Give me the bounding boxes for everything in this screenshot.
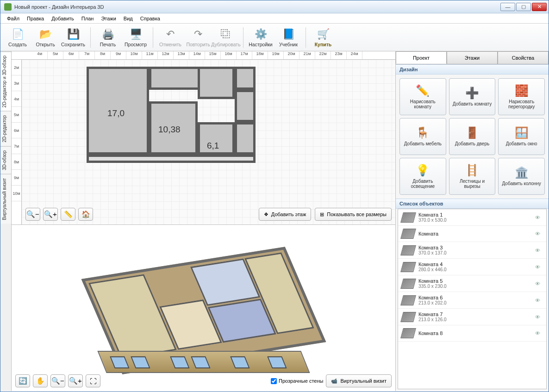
room-shape[interactable] (235, 67, 256, 90)
zoom-in-button[interactable]: 🔍+ (43, 208, 58, 221)
vtab-virtual[interactable]: Виртуальный визит (0, 174, 11, 224)
transparent-walls-checkbox[interactable]: Прозрачные стены (271, 378, 323, 384)
zoom-out-button[interactable]: 🔍− (25, 208, 40, 221)
btn-add-room[interactable]: ➕Добавить комнату (449, 78, 496, 115)
object-name: Комната 5 (418, 278, 531, 284)
vtab-2d[interactable]: 2D-редактор (0, 111, 11, 146)
btn-draw-wall[interactable]: 🧱Нарисовать перегородку (498, 78, 545, 115)
tool-redo: ↷Повторить (185, 25, 212, 50)
visibility-eye-icon[interactable]: 👁 (535, 314, 543, 320)
redo-icon: ↷ (192, 28, 205, 41)
app-window: Новый проект - Дизайн Интерьера 3D — ▢ ✕… (0, 0, 549, 392)
close-button[interactable]: ✕ (532, 3, 547, 11)
undo-icon: ↶ (164, 28, 177, 41)
virtual-visit-button[interactable]: 📹Виртуальный визит (326, 374, 392, 387)
tool-print[interactable]: 🖨️Печать (94, 25, 121, 50)
maximize-button[interactable]: ▢ (516, 3, 531, 11)
separator (306, 27, 306, 48)
btn-draw-room[interactable]: ✏️Нарисовать комнату (399, 78, 446, 115)
btn-add-light[interactable]: 💡Добавить освещение (399, 158, 446, 195)
zoom-in-3d-button[interactable]: 🔍+ (68, 374, 83, 387)
tool-undo: ↶Отменить (157, 25, 184, 50)
menu-file[interactable]: Файл (3, 15, 23, 22)
visibility-eye-icon[interactable]: 👁 (535, 248, 543, 253)
vtab-combined[interactable]: 2D-редактор и 3D-обзор (0, 51, 11, 111)
tool-tutorial[interactable]: 📘Учебник (275, 25, 302, 50)
view-2d: 2м3м4м5м6м7м8м9м10м 17,0 10,38 6,1 (12, 60, 395, 224)
vtab-3d[interactable]: 3D-обзор (0, 146, 11, 174)
visibility-eye-icon[interactable]: 👁 (535, 231, 543, 236)
layers-icon: ❖ (264, 212, 268, 218)
visibility-eye-icon[interactable]: 👁 (535, 330, 543, 336)
list-item[interactable]: Комната 4280.0 x 446.0👁 (398, 259, 546, 275)
design-grid: ✏️Нарисовать комнату ➕Добавить комнату 🧱… (396, 75, 549, 199)
minimize-button[interactable]: — (500, 3, 515, 11)
btn-add-window[interactable]: 🪟Добавить окно (498, 118, 545, 155)
main-area: 2D-редактор и 3D-обзор 2D-редактор 3D-об… (0, 51, 549, 391)
folder-open-icon: 📂 (39, 28, 52, 41)
show-dims-button[interactable]: ⊞Показывать все размеры (315, 208, 392, 221)
zoom-out-3d-button[interactable]: 🔍− (50, 374, 65, 387)
tab-properties[interactable]: Свойства (498, 51, 549, 64)
visibility-eye-icon[interactable]: 👁 (535, 264, 543, 270)
view-3d[interactable]: 🔄 ✋ 🔍− 🔍+ ⛶ Прозрачные стены 📹Виртуальны… (12, 224, 395, 391)
room-shape[interactable] (198, 67, 235, 99)
room-shape[interactable] (235, 90, 256, 122)
iso-house[interactable] (93, 246, 315, 371)
btn-add-door[interactable]: 🚪Добавить дверь (449, 118, 496, 155)
list-item[interactable]: Комната 1370.0 x 530.0👁 (398, 209, 546, 226)
fit-button[interactable]: ⛶ (86, 374, 100, 387)
menu-plan[interactable]: План (78, 15, 98, 22)
menu-floors[interactable]: Этажи (97, 15, 119, 22)
door-icon: 🚪 (465, 126, 479, 139)
column-icon: 🏛️ (515, 166, 529, 179)
list-item[interactable]: Комната 7213.0 x 126.0👁 (398, 309, 546, 325)
canvas-2d[interactable]: 17,0 10,38 6,1 🔍− 🔍+ (22, 60, 395, 224)
tab-project[interactable]: Проект (396, 51, 447, 64)
cart-icon: 🛒 (317, 28, 330, 41)
object-name: Комната 3 (418, 245, 531, 250)
list-item[interactable]: Комната👁 (398, 226, 546, 242)
list-item[interactable]: Комната 6213.0 x 202.0👁 (398, 292, 546, 309)
btn-stairs[interactable]: 🪜Лестницы и вырезы (449, 158, 496, 195)
measure-button[interactable]: 📏 (61, 208, 75, 221)
menu-help[interactable]: Справка (137, 15, 164, 22)
list-item[interactable]: Комната 3370.0 x 137.0👁 (398, 242, 546, 259)
tool-save[interactable]: 💾Сохранить (60, 25, 87, 50)
btn-add-furniture[interactable]: 🪑Добавить мебель (399, 118, 446, 155)
room-3d-icon (400, 328, 416, 338)
list-item[interactable]: Комната 5335.0 x 230.0👁 (398, 275, 546, 292)
tool-open[interactable]: 📂Открыть (32, 25, 59, 50)
room-3d-icon (400, 262, 416, 272)
bulb-icon: 💡 (416, 164, 430, 177)
app-icon (4, 3, 12, 11)
tool-settings[interactable]: ⚙️Настройки (247, 25, 274, 50)
center-column: 4м5м6м7м8м9м10м11м12м13м14м15м16м17м18м1… (12, 51, 396, 391)
canvas-2d-toolbar-right: ❖Добавить этаж ⊞Показывать все размеры (259, 208, 392, 221)
ruler-vertical: 2м3м4м5м6м7м8м9м10м (12, 60, 22, 224)
tool-create[interactable]: 📄Создать (4, 25, 31, 50)
visibility-eye-icon[interactable]: 👁 (535, 281, 543, 286)
room-3d-icon (400, 295, 416, 305)
tool-preview[interactable]: 🖥️Просмотр (122, 25, 149, 50)
list-item[interactable]: Комната 8👁 (398, 325, 546, 342)
menu-edit[interactable]: Правка (23, 15, 48, 22)
orbit-button[interactable]: 🔄 (15, 374, 30, 387)
tab-floors[interactable]: Этажи (447, 51, 498, 64)
visibility-eye-icon[interactable]: 👁 (535, 215, 543, 220)
add-floor-button[interactable]: ❖Добавить этаж (259, 208, 311, 221)
room-shape[interactable] (235, 122, 256, 155)
visibility-eye-icon[interactable]: 👁 (535, 298, 543, 303)
home-button[interactable]: 🏠 (78, 208, 93, 221)
pan-button[interactable]: ✋ (33, 374, 48, 387)
object-list[interactable]: Комната 1370.0 x 530.0👁Комната👁Комната 3… (398, 209, 547, 389)
room-3d-icon (400, 245, 416, 255)
menu-add[interactable]: Добавить (48, 15, 78, 22)
menu-view[interactable]: Вид (120, 15, 137, 22)
room-shape[interactable] (87, 155, 256, 163)
object-name: Комната 4 (418, 261, 531, 267)
book-icon: 📘 (282, 28, 295, 41)
btn-add-column[interactable]: 🏛️Добавить колонну (498, 158, 545, 195)
right-panel: Проект Этажи Свойства Дизайн ✏️Нарисоват… (396, 51, 549, 391)
tool-buy[interactable]: 🛒Купить (310, 25, 337, 50)
